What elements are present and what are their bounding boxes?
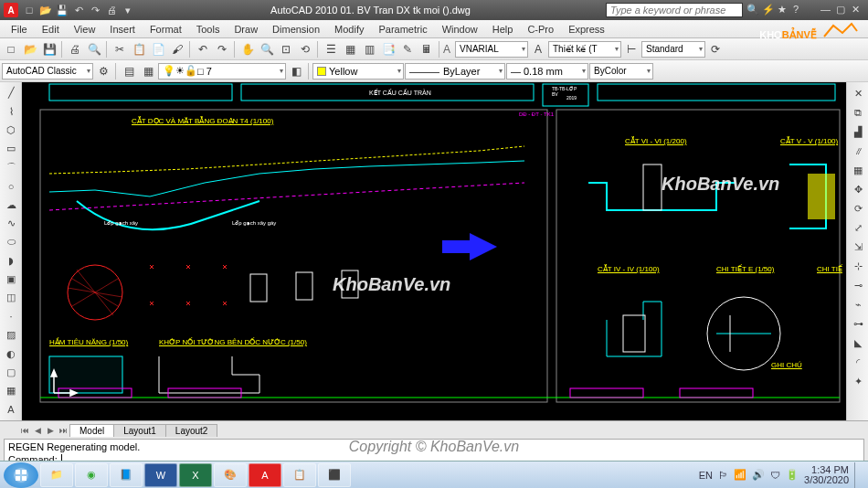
close-icon[interactable]: ✕ xyxy=(852,4,864,16)
menu-modify[interactable]: Modify xyxy=(327,22,371,37)
clock[interactable]: 1:34 PM 3/30/2020 xyxy=(804,465,849,485)
print-icon[interactable]: 🖨 xyxy=(104,3,119,17)
tray-volume-icon[interactable]: 🔊 xyxy=(752,469,765,481)
color-combo[interactable]: Yellow xyxy=(312,63,404,80)
dropdown-icon[interactable]: ▾ xyxy=(121,3,135,17)
task-app1[interactable]: 📋 xyxy=(283,463,316,487)
tab-model[interactable]: Model xyxy=(69,424,114,437)
menu-file[interactable]: File xyxy=(4,22,35,37)
tab-next-icon[interactable]: ▶ xyxy=(44,424,57,437)
menu-format[interactable]: Format xyxy=(143,22,189,37)
tray-shield-icon[interactable]: 🛡 xyxy=(770,470,780,481)
maximize-icon[interactable]: ▢ xyxy=(836,4,849,16)
layer-combo[interactable]: 💡 ☀ 🔓 □ 7 xyxy=(158,63,286,80)
calc-btn[interactable]: 🖩 xyxy=(418,40,436,58)
task-explorer[interactable]: 📁 xyxy=(40,463,73,487)
font-combo[interactable]: VNARIAL xyxy=(455,41,528,58)
polyline-icon[interactable]: ⌇ xyxy=(2,102,20,120)
layer-states-btn[interactable]: ▦ xyxy=(139,62,157,80)
menu-window[interactable]: Window xyxy=(435,22,485,37)
tray-flag-icon[interactable]: 🏳 xyxy=(718,470,728,481)
undo-btn[interactable]: ↶ xyxy=(194,40,212,58)
trim-icon[interactable]: ⊹ xyxy=(849,257,867,275)
preview-btn[interactable]: 🔍 xyxy=(85,40,103,58)
stretch-icon[interactable]: ⇲ xyxy=(849,238,867,256)
cut-btn[interactable]: ✂ xyxy=(111,40,129,58)
rotate-icon[interactable]: ⟳ xyxy=(849,199,867,217)
erase-icon[interactable]: ✕ xyxy=(849,84,867,102)
revcloud-icon[interactable]: ☁ xyxy=(2,196,20,213)
tab-layout2[interactable]: Layout2 xyxy=(165,424,218,437)
dim-icon[interactable]: ⊢ xyxy=(622,40,640,58)
favorites-icon[interactable]: ★ xyxy=(778,4,790,16)
menu-draw[interactable]: Draw xyxy=(227,22,265,37)
zoom-prev-btn[interactable]: ⟲ xyxy=(296,40,314,58)
chamfer-icon[interactable]: ◣ xyxy=(849,334,867,352)
line-icon[interactable]: ╱ xyxy=(2,84,20,101)
tray-network-icon[interactable]: 📶 xyxy=(734,469,746,481)
save-btn[interactable]: 💾 xyxy=(40,40,58,58)
copy-obj-icon[interactable]: ⧉ xyxy=(849,103,867,122)
polygon-icon[interactable]: ⬡ xyxy=(2,122,20,139)
pan-btn[interactable]: ✋ xyxy=(238,40,257,58)
task-word[interactable]: W xyxy=(144,463,177,487)
menu-edit[interactable]: Edit xyxy=(35,22,67,37)
insert-block-icon[interactable]: ▣ xyxy=(2,271,20,288)
open-icon[interactable]: 📂 xyxy=(38,3,53,17)
search-icon[interactable]: 🔍 xyxy=(746,4,759,16)
task-autocad[interactable]: A xyxy=(249,463,281,487)
start-button[interactable] xyxy=(4,462,38,488)
task-coccoc[interactable]: ◉ xyxy=(75,463,108,487)
textstyle-combo[interactable]: Thiết kế (T xyxy=(548,41,621,58)
lang-indicator[interactable]: EN xyxy=(699,470,713,481)
scale-icon[interactable]: ⤢ xyxy=(849,218,867,237)
new-icon[interactable]: □ xyxy=(22,3,37,17)
offset-icon[interactable]: ⫽ xyxy=(849,142,867,160)
markup-btn[interactable]: ✎ xyxy=(398,40,417,58)
workspace-combo[interactable]: AutoCAD Classic xyxy=(2,63,93,80)
undo-icon[interactable]: ↶ xyxy=(71,3,86,17)
extend-icon[interactable]: ⊸ xyxy=(849,276,867,294)
task-excel[interactable]: X xyxy=(179,463,212,487)
tab-first-icon[interactable]: ⏮ xyxy=(18,424,31,437)
rectangle-icon[interactable]: ▭ xyxy=(2,140,20,157)
workspace-gear-icon[interactable]: ⚙ xyxy=(94,62,112,80)
app-logo[interactable]: A xyxy=(4,3,18,17)
join-icon[interactable]: ⊶ xyxy=(849,314,867,333)
open-btn[interactable]: 📂 xyxy=(21,40,39,58)
plotstyle-combo[interactable]: ByColor xyxy=(589,63,653,80)
ellipse-arc-icon[interactable]: ◗ xyxy=(2,252,20,270)
tab-prev-icon[interactable]: ◀ xyxy=(31,424,44,437)
task-paint[interactable]: 🎨 xyxy=(214,463,247,487)
tray-battery-icon[interactable]: 🔋 xyxy=(786,469,799,481)
minimize-icon[interactable]: — xyxy=(820,4,833,16)
menu-insert[interactable]: Insert xyxy=(102,22,143,37)
redo-icon[interactable]: ↷ xyxy=(88,3,102,17)
menu-tools[interactable]: Tools xyxy=(189,22,228,37)
drawing-canvas[interactable]: KẾT CẤU CẦU TRÀN TB-TB-LỚP BV 2019 CẮT D… xyxy=(22,82,846,420)
search-input[interactable] xyxy=(606,3,743,17)
spline-icon[interactable]: ∿ xyxy=(2,215,20,232)
matchprop-btn[interactable]: 🖌 xyxy=(168,40,186,58)
explode-icon[interactable]: ✦ xyxy=(849,372,867,390)
lineweight-combo[interactable]: —0.18 mm xyxy=(506,63,588,80)
dimstyle-combo[interactable]: Standard xyxy=(641,41,705,58)
task-app2[interactable]: ⬛ xyxy=(318,463,351,487)
plot-btn[interactable]: 🖨 xyxy=(66,40,84,58)
comm-center-icon[interactable]: ⚡ xyxy=(762,4,775,16)
dim-update-btn[interactable]: ⟳ xyxy=(706,40,725,58)
point-icon[interactable]: · xyxy=(2,308,20,325)
mtext-icon[interactable]: A xyxy=(2,401,20,419)
menu-dimension[interactable]: Dimension xyxy=(265,22,327,37)
arc-icon[interactable]: ⌒ xyxy=(2,159,20,176)
gradient-icon[interactable]: ◐ xyxy=(2,345,20,362)
bold-btn[interactable]: A xyxy=(529,40,547,58)
menu-express[interactable]: Express xyxy=(561,22,612,37)
move-icon[interactable]: ✥ xyxy=(849,180,867,198)
tool-palettes-btn[interactable]: ▥ xyxy=(360,40,378,58)
menu-help[interactable]: Help xyxy=(485,22,521,37)
tab-layout1[interactable]: Layout1 xyxy=(113,424,166,437)
break-icon[interactable]: ⌁ xyxy=(849,295,867,313)
region-icon[interactable]: ▢ xyxy=(2,364,20,381)
copy-btn[interactable]: 📋 xyxy=(130,40,148,58)
